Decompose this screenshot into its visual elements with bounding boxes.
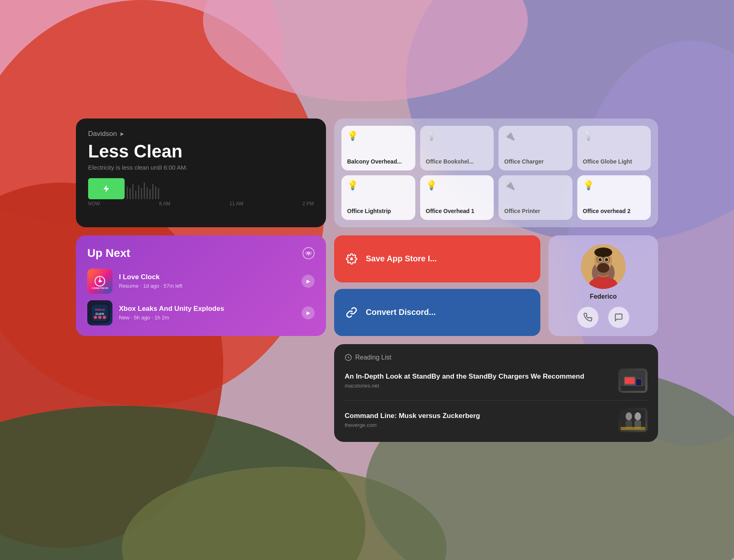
artwork-connected: CONNECTED FM (87, 269, 112, 294)
electricity-widget: Davidson ➤ Less Clean Electricity is les… (76, 118, 326, 227)
link-icon (344, 305, 359, 320)
bulb-icon-balcony: 💡 (347, 131, 410, 140)
chart-bar (155, 186, 156, 199)
chart-bar (149, 189, 151, 199)
upnext-header: Up Next (87, 247, 315, 260)
shortcut-save-label: Save App Store I... (366, 254, 437, 263)
home-item-overhead2[interactable]: 💡 Office overhead 2 (577, 175, 651, 220)
svg-text:CLICK: CLICK (95, 312, 104, 315)
svg-text:TRIPLE: TRIPLE (95, 308, 105, 311)
reading-text-musk: Command Line: Musk versus Zuckerberg the… (345, 411, 612, 429)
location-arrow-icon: ➤ (119, 131, 124, 137)
chart-bar (135, 190, 136, 199)
svg-point-44 (626, 412, 632, 420)
chart-bar (152, 184, 153, 199)
reading-thumb-standby (618, 368, 648, 393)
electricity-title: Less Clean (88, 141, 314, 162)
svg-point-30 (605, 258, 608, 261)
widgets-grid: Davidson ➤ Less Clean Electricity is les… (76, 118, 658, 442)
time-label-11am: 11 AM (229, 201, 243, 207)
reading-source-standby: macstories.net (345, 383, 612, 389)
chart-bar (158, 188, 159, 199)
home-item-label-overhead2: Office overhead 2 (583, 207, 645, 215)
svg-point-28 (594, 248, 612, 257)
upnext-item-title-xbox: Xbox Leaks And Unity Explodes (119, 305, 295, 313)
home-item-charger[interactable]: 🔌 Office Charger (499, 126, 572, 170)
svg-rect-39 (625, 377, 635, 384)
reading-item-standby[interactable]: An In-Depth Look at StandBy and the Stan… (345, 368, 648, 393)
home-item-printer[interactable]: 🔌 Office Printer (499, 175, 572, 220)
contact-message-button[interactable] (608, 307, 629, 328)
bulb-icon-overhead2: 💡 (583, 181, 645, 190)
chart-bar (141, 188, 142, 199)
shortcut-convert-discord[interactable]: Convert Discord... (334, 289, 540, 336)
podcast-icon (302, 247, 315, 259)
reading-list-header: Reading List (345, 354, 648, 361)
play-button-xbox[interactable]: ▶ (302, 306, 315, 319)
chart-bar (147, 187, 148, 199)
upnext-info-iloveclock: I Love Clock Resume · 1d ago · 57m left (119, 273, 295, 289)
chart-time-labels: NOW 8 AM 11 AM 2 PM (88, 201, 314, 207)
upnext-info-xbox: Xbox Leaks And Unity Explodes New · 5h a… (119, 305, 295, 321)
contact-widget: Federico (548, 235, 658, 336)
home-item-label-printer: Office Printer (504, 207, 567, 215)
plug-icon-printer: 🔌 (504, 181, 567, 190)
electricity-chart: NOW 8 AM 11 AM 2 PM (88, 178, 314, 207)
chart-bar (138, 185, 139, 199)
reading-thumb-musk (618, 408, 648, 432)
upnext-item-meta-iloveclock: Resume · 1d ago · 57m left (119, 283, 295, 289)
artwork-tripleclick: TRIPLE CLICK (87, 300, 112, 325)
upnext-title: Up Next (87, 247, 130, 260)
reading-list-title: Reading List (355, 354, 391, 361)
svg-rect-48 (621, 427, 645, 430)
chart-bar (132, 184, 134, 199)
reading-title-musk: Command Line: Musk versus Zuckerberg (345, 411, 612, 421)
chart-bar (130, 188, 131, 199)
reading-item-musk[interactable]: Command Line: Musk versus Zuckerberg the… (345, 408, 648, 432)
bulb-icon-overhead1: 💡 (426, 181, 488, 190)
contact-actions (577, 307, 629, 328)
artwork-connected-inner: CONNECTED FM (87, 269, 112, 294)
svg-point-22 (94, 316, 97, 319)
chart-bar (144, 182, 145, 199)
upnext-item-xbox: TRIPLE CLICK Xbox Leaks And Unity Explod… (87, 300, 315, 325)
reading-divider (345, 400, 648, 401)
electricity-subtitle: Electricity is less clean until 6:00 AM. (88, 164, 314, 171)
shortcut-save-appstore[interactable]: Save App Store I... (334, 235, 540, 282)
svg-point-23 (98, 316, 101, 319)
shortcut-convert-label: Convert Discord... (366, 308, 436, 317)
shortcuts-widget: Save App Store I... Convert Discord... (334, 235, 540, 336)
svg-text:CONNECTED FM: CONNECTED FM (92, 287, 108, 289)
time-label-2pm: 2 PM (302, 201, 314, 207)
play-button-iloveclock[interactable]: ▶ (302, 275, 315, 288)
lightning-icon (102, 184, 111, 193)
electricity-header: Davidson ➤ (88, 130, 314, 138)
home-item-bookshelf[interactable]: 💡 Office Bookshel... (420, 126, 494, 170)
upnext-item-iloveclock: CONNECTED FM I Love Clock Resume · 1d ag… (87, 269, 315, 294)
contact-phone-button[interactable] (577, 307, 598, 328)
contact-avatar (581, 244, 626, 289)
svg-point-24 (103, 316, 106, 319)
home-item-overhead1[interactable]: 💡 Office Overhead 1 (420, 175, 494, 220)
upnext-item-title-iloveclock: I Love Clock (119, 273, 295, 281)
time-label-8am: 8 AM (159, 201, 170, 207)
artwork-triple-inner: TRIPLE CLICK (87, 300, 112, 325)
screen: Davidson ➤ Less Clean Electricity is les… (0, 0, 734, 560)
bulb-icon-globe: 💡 (583, 131, 645, 140)
upnext-item-meta-xbox: New · 5h ago · 1h 2m (119, 314, 295, 321)
svg-point-31 (597, 263, 609, 273)
svg-point-46 (635, 412, 641, 420)
home-item-label-bookshelf: Office Bookshel... (426, 158, 488, 165)
reading-text-standby: An In-Depth Look at StandBy and the Stan… (345, 372, 612, 389)
home-item-label-globe: Office Globe Light (583, 158, 645, 165)
time-label-now: NOW (88, 201, 100, 207)
location-label: Davidson (88, 130, 117, 138)
svg-point-29 (599, 258, 602, 261)
bulb-icon-lightstrip: 💡 (347, 181, 410, 190)
home-item-balcony[interactable]: 💡 Balcony Overhead... (341, 126, 415, 170)
bulb-icon-bookshelf: 💡 (426, 131, 488, 140)
gear-icon (344, 251, 359, 267)
home-item-lightstrip[interactable]: 💡 Office Lightstrip (341, 175, 415, 220)
home-item-globe[interactable]: 💡 Office Globe Light (577, 126, 651, 170)
svg-point-10 (308, 252, 309, 254)
